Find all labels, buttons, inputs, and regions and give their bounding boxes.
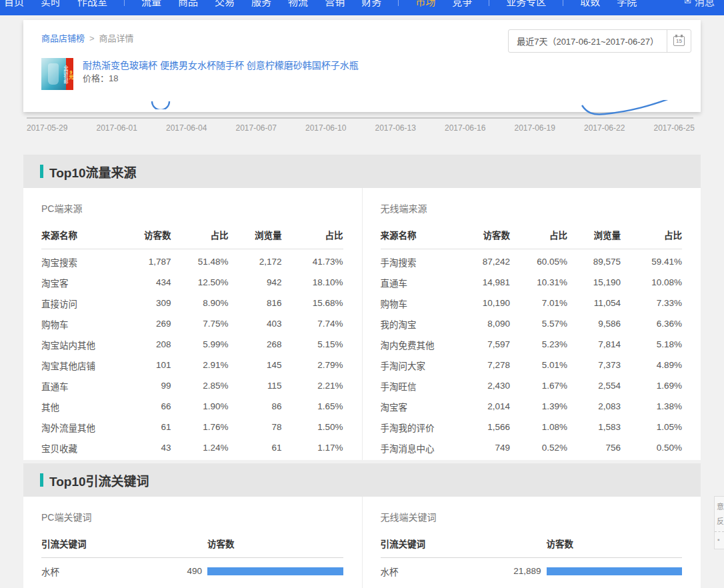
nav-divider — [398, 0, 399, 6]
nav-item-7[interactable]: 物流 — [288, 0, 308, 8]
metric-value: 8.90% — [171, 298, 229, 308]
section-title: Top10流量来源 — [49, 163, 137, 181]
calendar-button[interactable]: 15 — [667, 30, 691, 52]
table-row: 淘宝客43412.50%94218.10% — [41, 272, 343, 293]
table-row: 淘外流量其他611.76%781.50% — [41, 417, 343, 437]
col-visitors: 访客数 — [451, 228, 510, 241]
top-navigation-bar: 首页实时作战室流量商品交易服务物流营销财务市场竞争业务专区取数学院✉消息 — [0, 0, 724, 15]
metric-value: 0.52% — [510, 443, 567, 453]
col-visitors-share: 占比 — [171, 228, 229, 241]
nav-divider — [563, 0, 563, 6]
date-range-picker[interactable]: 最近7天（2017-06-21~2017-06-27） 15 — [508, 29, 691, 53]
metric-value: 10,190 — [451, 298, 510, 308]
metric-value: 756 — [567, 443, 621, 453]
metric-value: 2.85% — [171, 381, 229, 391]
metric-value: 15.68% — [282, 298, 343, 308]
table-header-row: 来源名称 访客数 占比 浏览量 占比 — [41, 228, 343, 249]
col-views-share: 占比 — [282, 228, 343, 241]
feedback-label-line2: 反馈 — [717, 514, 724, 529]
chart-x-axis-line — [27, 117, 693, 119]
nav-item-1[interactable]: 实时 — [41, 0, 61, 8]
source-name: 其他 — [41, 400, 113, 413]
metric-value: 41.73% — [282, 257, 343, 267]
feedback-footer-icon[interactable]: ▪ — [715, 531, 724, 549]
date-range-label: 最近7天（2017-06-21~2017-06-27） — [509, 30, 667, 52]
wireless-traffic-subtitle: 无线端来源 — [381, 201, 683, 215]
col-views-share: 占比 — [621, 228, 682, 241]
breadcrumb: 商品店铺榜>商品详情 — [41, 31, 134, 44]
table-header-row: 来源名称 访客数 占比 浏览量 占比 — [381, 228, 683, 249]
metric-value: 59.41% — [621, 257, 682, 267]
pc-traffic-table: 淘宝搜索1,78751.48%2,17241.73%淘宝客43412.50%94… — [41, 251, 343, 458]
metric-value: 1.05% — [621, 422, 682, 432]
table-row: 淘内免费其他7,5975.23%7,8145.18% — [381, 334, 683, 355]
col-visitors-share: 占比 — [510, 228, 567, 241]
source-name: 购物车 — [381, 297, 452, 310]
metric-value: 208 — [113, 339, 171, 349]
keyword-row: 水杯490 — [41, 561, 343, 581]
nav-item-5[interactable]: 交易 — [215, 0, 235, 8]
metric-value: 7.74% — [282, 319, 343, 329]
metric-value: 86 — [229, 401, 282, 411]
metric-value: 87,242 — [451, 257, 510, 267]
col-keyword-visitors: 访客数 — [207, 537, 343, 550]
messages-button[interactable]: ✉消息 — [684, 0, 715, 8]
nav-item-11[interactable]: 竞争 — [452, 0, 472, 8]
metric-value: 15,190 — [567, 277, 621, 287]
section-accent-bar — [40, 165, 43, 178]
nav-item-3[interactable]: 流量 — [141, 0, 161, 8]
metric-value: 1,566 — [451, 422, 510, 432]
metric-value: 5.23% — [510, 339, 567, 349]
badge-price-text: 9元 — [68, 70, 73, 79]
keyword-bar-track — [207, 567, 343, 575]
breadcrumb-link-ranking[interactable]: 商品店铺榜 — [41, 33, 85, 43]
source-name: 直通车 — [41, 379, 113, 393]
keyword-name: 杯子 — [41, 585, 145, 588]
metric-value: 60.05% — [510, 257, 567, 267]
breadcrumb-separator: > — [89, 33, 95, 43]
source-name: 购物车 — [41, 317, 113, 331]
nav-item-4[interactable]: 商品 — [178, 0, 198, 8]
nav-item-10[interactable]: 市场 — [415, 0, 435, 8]
metric-value: 12.50% — [171, 277, 229, 287]
axis-date-label: 2017-05-29 — [27, 123, 67, 133]
source-name: 直通车 — [381, 276, 452, 289]
feedback-tab[interactable]: 意见 反馈 ▪ — [714, 496, 724, 549]
axis-date-label: 2017-06-04 — [166, 123, 207, 133]
nav-item-2[interactable]: 作战室 — [77, 0, 107, 8]
metric-value: 1.08% — [510, 422, 567, 432]
nav-item-13[interactable]: 取数 — [580, 0, 600, 8]
metric-value: 1.65% — [282, 401, 343, 411]
metric-value: 7.01% — [510, 298, 567, 308]
source-name: 淘宝站内其他 — [41, 338, 113, 351]
product-title-link[interactable]: 耐热渐变色玻璃杯 便携男女水杯随手杯 创意柠檬磨砂韩国杯子水瓶 — [83, 58, 359, 71]
nav-item-14[interactable]: 学院 — [617, 0, 637, 8]
metric-value: 2,014 — [451, 401, 510, 411]
metric-value: 8,090 — [451, 319, 510, 329]
product-thumbnail[interactable]: 9元全国包邮 — [41, 58, 73, 90]
metric-value: 1.38% — [621, 401, 682, 411]
col-views: 浏览量 — [229, 228, 282, 241]
nav-item-6[interactable]: 服务 — [251, 0, 271, 8]
metric-value: 101 — [113, 360, 171, 370]
keyword-header-row: 引流关键词 访客数 — [381, 537, 683, 558]
metric-value: 1,787 — [113, 257, 171, 267]
nav-item-0[interactable]: 首页 — [4, 0, 24, 8]
product-price: 价格：18 — [83, 73, 118, 83]
metric-value: 43 — [113, 443, 171, 453]
product-summary-card: 商品店铺榜>商品详情 最近7天（2017-06-21~2017-06-27） 1… — [23, 20, 701, 112]
nav-item-12[interactable]: 业务专区 — [506, 0, 546, 8]
source-name: 淘宝其他店铺 — [41, 359, 113, 372]
keyword-bar — [547, 567, 683, 575]
nav-item-8[interactable]: 营销 — [325, 0, 345, 8]
metric-value: 403 — [229, 319, 282, 329]
metric-value: 7,278 — [451, 360, 510, 370]
source-name: 我的淘宝 — [381, 317, 452, 331]
nav-item-9[interactable]: 财务 — [361, 0, 381, 8]
metric-value: 10.08% — [621, 277, 682, 287]
col-visitors: 访客数 — [113, 228, 171, 241]
metric-value: 2,554 — [567, 381, 621, 391]
metric-value: 2,430 — [451, 381, 510, 391]
metric-value: 145 — [229, 360, 282, 370]
metric-value: 7,814 — [567, 339, 621, 349]
